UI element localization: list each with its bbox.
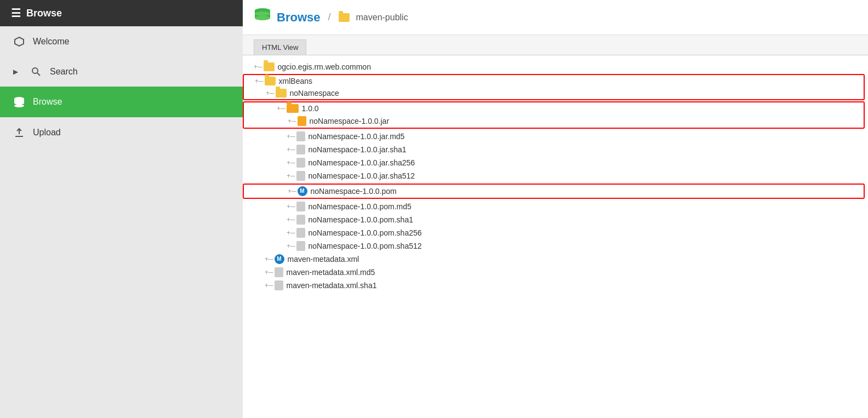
hex-icon	[13, 36, 25, 47]
tree-row-pom-sha256[interactable]: +─ noNamespace-1.0.0.pom.sha256	[243, 226, 868, 239]
tree-label: noNamespace-1.0.0.jar	[310, 117, 390, 125]
svg-point-12	[255, 16, 270, 20]
search-label: Search	[50, 67, 78, 77]
tree-label: noNamespace-1.0.0.jar.sha512	[309, 171, 415, 180]
maven-icon: M	[275, 254, 284, 264]
connector: +─	[287, 172, 295, 180]
connector: +─	[277, 105, 285, 112]
tree-row-jar-sha512[interactable]: +─ noNamespace-1.0.0.jar.sha512	[243, 169, 868, 182]
folder-icon	[276, 89, 287, 98]
upload-icon	[13, 127, 25, 138]
search-expand-arrow: ▶	[13, 68, 18, 76]
file-icon	[296, 131, 305, 141]
connector: +─	[287, 216, 295, 224]
file-icon	[296, 171, 305, 181]
sidebar-title: Browse	[26, 8, 62, 19]
pom-group: +─ M noNamespace-1.0.0.pom	[243, 184, 865, 199]
tree-label: noNamespace-1.0.0.jar.sha256	[309, 158, 415, 167]
page-title: Browse	[277, 10, 320, 25]
tree-row-pom-sha1[interactable]: +─ noNamespace-1.0.0.pom.sha1	[243, 213, 868, 226]
tree-label: xmlBeans	[279, 77, 312, 85]
breadcrumb-separator: /	[328, 12, 330, 23]
sidebar-item-browse[interactable]: Browse	[0, 87, 243, 117]
tree-label: noNamespace-1.0.0.pom	[311, 187, 397, 196]
connector: +─	[287, 159, 295, 167]
tree-label: ogcio.egis.rm.web.common	[278, 62, 371, 71]
connector: +─	[255, 77, 264, 85]
folder-icon	[264, 62, 275, 71]
header-db-icon	[254, 8, 271, 27]
tree-label: noNamespace-1.0.0.pom.md5	[309, 202, 412, 211]
tree-row-jar-sha256[interactable]: +─ noNamespace-1.0.0.jar.sha256	[243, 156, 868, 169]
folder-icon	[265, 77, 276, 85]
tree-row-jar-md5[interactable]: +─ noNamespace-1.0.0.jar.md5	[243, 130, 868, 143]
upload-label: Upload	[33, 128, 61, 138]
tab-html-view[interactable]: HTML View	[254, 39, 306, 55]
sidebar-item-welcome[interactable]: Welcome	[0, 26, 243, 57]
tree-row-maven-metadata-sha1[interactable]: +─ maven-metadata.xml.sha1	[243, 279, 868, 292]
tree-row-nonamespace-folder[interactable]: +─ noNamespace	[244, 87, 864, 99]
tab-bar: HTML View	[243, 35, 868, 55]
welcome-label: Welcome	[33, 37, 69, 47]
svg-point-11	[255, 12, 270, 16]
tree-label: 1.0.0	[302, 104, 319, 113]
sidebar-header: ☰ Browse	[0, 0, 243, 26]
svg-marker-0	[15, 37, 24, 46]
connector: +─	[266, 89, 275, 97]
browse-label: Browse	[33, 97, 62, 107]
tree-label: noNamespace-1.0.0.jar.md5	[309, 132, 405, 141]
connector: +─	[265, 282, 273, 289]
connector: +─	[265, 255, 273, 263]
tree-content: +─ ogcio.egis.rm.web.common +─ xmlBeans …	[243, 55, 868, 418]
tree-row-xmlbeans[interactable]: +─ xmlBeans	[244, 75, 864, 87]
file-icon	[296, 241, 305, 251]
main-content: Browse / maven-public HTML View +─ ogcio…	[243, 0, 868, 418]
connector: +─	[287, 133, 295, 140]
search-icon	[30, 67, 42, 77]
connector: +─	[287, 242, 295, 250]
connector: +─	[287, 146, 295, 153]
tree-label: maven-metadata.xml	[288, 255, 359, 264]
xmlbeans-group: +─ xmlBeans +─ noNamespace	[243, 74, 865, 100]
folder-open-icon	[287, 104, 299, 113]
tree-label: noNamespace-1.0.0.jar.sha1	[309, 145, 407, 154]
sidebar-item-upload[interactable]: Upload	[0, 117, 243, 148]
tree-row-ogcio[interactable]: +─ ogcio.egis.rm.web.common	[243, 61, 868, 73]
tree-label: maven-metadata.xml.md5	[287, 268, 375, 277]
main-header: Browse / maven-public	[243, 0, 868, 35]
jar-icon	[298, 116, 306, 126]
file-icon	[296, 228, 305, 238]
tree-row-maven-metadata[interactable]: +─ M maven-metadata.xml	[243, 253, 868, 266]
sidebar-item-search[interactable]: ▶ Search	[0, 57, 243, 87]
pom-icon: M	[298, 186, 307, 196]
svg-point-1	[32, 68, 38, 73]
file-icon	[296, 215, 305, 225]
breadcrumb-name: maven-public	[356, 13, 408, 22]
tree-row-pom-md5[interactable]: +─ noNamespace-1.0.0.pom.md5	[243, 200, 868, 213]
version-group: +─ 1.0.0 +─ noNamespace-1.0.0.jar	[243, 101, 865, 129]
file-icon	[296, 202, 305, 211]
sidebar-db-icon: ☰	[11, 7, 21, 20]
file-icon	[296, 158, 305, 168]
connector: +─	[288, 187, 296, 195]
tree-row-jar-sha1[interactable]: +─ noNamespace-1.0.0.jar.sha1	[243, 143, 868, 156]
tree-row-jar[interactable]: +─ noNamespace-1.0.0.jar	[244, 114, 864, 128]
svg-point-7	[14, 104, 24, 107]
sidebar: ☰ Browse Welcome ▶ Search	[0, 0, 243, 418]
file-icon	[296, 145, 305, 154]
tree-label: noNamespace-1.0.0.pom.sha512	[309, 242, 422, 250]
browse-db-icon	[13, 96, 25, 107]
tree-row-pom[interactable]: +─ M noNamespace-1.0.0.pom	[244, 185, 864, 198]
file-icon	[275, 267, 283, 277]
svg-rect-6	[14, 101, 24, 104]
breadcrumb: maven-public	[339, 13, 408, 22]
tree-row-maven-metadata-md5[interactable]: +─ maven-metadata.xml.md5	[243, 266, 868, 279]
connector: +─	[265, 268, 273, 276]
connector: +─	[254, 63, 262, 71]
tree-label: maven-metadata.xml.sha1	[287, 281, 377, 290]
connector: +─	[287, 229, 295, 237]
tree-row-pom-sha512[interactable]: +─ noNamespace-1.0.0.pom.sha512	[243, 239, 868, 253]
connector: +─	[287, 203, 295, 210]
file-icon	[275, 280, 283, 290]
tree-row-100[interactable]: +─ 1.0.0	[244, 102, 864, 114]
